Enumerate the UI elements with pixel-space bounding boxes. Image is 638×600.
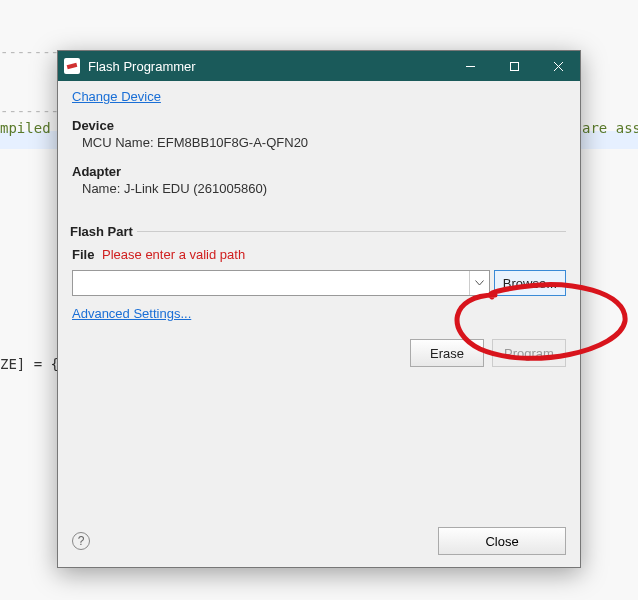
flash-programmer-dialog: Flash Programmer Change Device Device MC… [57, 50, 581, 568]
maximize-icon [509, 61, 520, 72]
file-path-combobox[interactable] [72, 270, 490, 296]
device-mcu-name: MCU Name: EFM8BB10F8G-A-QFN20 [82, 135, 566, 150]
close-icon [553, 61, 564, 72]
app-icon [64, 58, 80, 74]
program-button: Program [492, 339, 566, 367]
device-heading: Device [72, 118, 566, 133]
maximize-button[interactable] [492, 51, 536, 81]
adapter-heading: Adapter [72, 164, 566, 179]
minimize-button[interactable] [448, 51, 492, 81]
minimize-icon [465, 61, 476, 72]
path-row: Browse... [72, 270, 566, 296]
close-button[interactable]: Close [438, 527, 566, 555]
file-row: File Please enter a valid path [72, 247, 566, 262]
window-title: Flash Programmer [88, 59, 196, 74]
file-label: File [72, 247, 94, 262]
titlebar: Flash Programmer [58, 51, 580, 81]
window-close-button[interactable] [536, 51, 580, 81]
help-button[interactable]: ? [72, 532, 90, 550]
change-device-link[interactable]: Change Device [72, 89, 161, 104]
browse-button[interactable]: Browse... [494, 270, 566, 296]
dialog-content: Change Device Device MCU Name: EFM8BB10F… [58, 81, 580, 567]
file-path-input[interactable] [73, 271, 469, 295]
flash-part-group: Flash Part File Please enter a valid pat… [72, 224, 566, 367]
erase-button[interactable]: Erase [410, 339, 484, 367]
svg-rect-1 [510, 62, 518, 70]
editor-fragment-ze: ZE] = { [0, 356, 59, 372]
adapter-name: Name: J-Link EDU (261005860) [82, 181, 566, 196]
file-error-text: Please enter a valid path [102, 247, 245, 262]
help-icon: ? [78, 534, 85, 548]
file-path-dropdown-toggle[interactable] [469, 271, 489, 295]
flash-action-row: Erase Program [72, 339, 566, 367]
advanced-settings-link[interactable]: Advanced Settings... [72, 306, 191, 321]
dialog-footer: ? Close [58, 517, 580, 567]
chevron-down-icon [475, 280, 484, 286]
flash-part-legend: Flash Part [70, 224, 137, 239]
